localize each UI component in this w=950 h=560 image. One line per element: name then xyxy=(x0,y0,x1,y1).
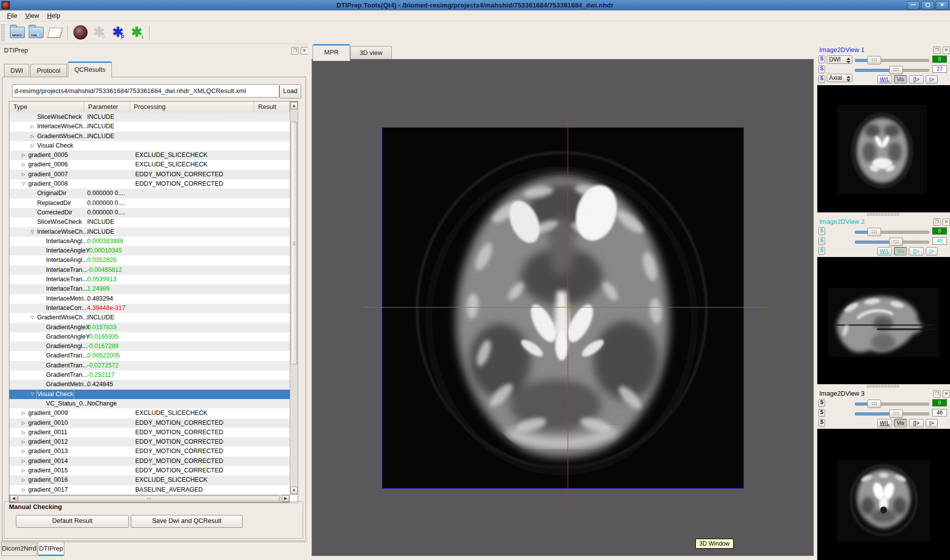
expander-collapsed-icon[interactable] xyxy=(22,475,25,485)
bottom-tab-dtiprep[interactable]: DTIPrep xyxy=(38,542,64,556)
load-button[interactable]: Load xyxy=(279,84,301,99)
dock-close-icon[interactable] xyxy=(301,47,308,54)
dock-restore-icon[interactable] xyxy=(291,47,299,54)
table-row[interactable]: InterlaceTran...-0.00455812 xyxy=(9,265,290,275)
expander-collapsed-icon[interactable] xyxy=(22,437,25,447)
panel-splitter-handle[interactable] xyxy=(817,384,950,388)
tab-mpr[interactable]: MPR xyxy=(313,44,350,61)
table-row[interactable]: GradientMetri...0.424845 xyxy=(9,380,290,389)
window-level-button[interactable]: W/L xyxy=(877,247,892,255)
table-row[interactable]: gradient_0015EDDY_MOTION_CORRECTED xyxy=(9,466,290,475)
expander-collapsed-icon[interactable] xyxy=(22,418,25,428)
table-row[interactable]: InterlaceCorr...4.39448e-317 xyxy=(9,304,290,313)
expander-collapsed-icon[interactable] xyxy=(22,428,25,437)
mode-select[interactable]: DWI xyxy=(827,55,852,64)
result-path-input[interactable]: d-resimg/projects4/mahshid/753361684/753… xyxy=(12,84,279,98)
volume-slider[interactable] xyxy=(855,227,929,236)
horizontal-crosshair-line[interactable] xyxy=(363,307,767,307)
expander-collapsed-icon[interactable] xyxy=(31,132,34,141)
axial-thumbnail-viewport[interactable] xyxy=(817,85,950,212)
step-button[interactable]: |> xyxy=(926,419,938,427)
expander-collapsed-icon[interactable] xyxy=(22,151,25,160)
brain-icon[interactable] xyxy=(71,23,90,42)
visibility-button[interactable]: Vis xyxy=(894,419,907,427)
table-row[interactable]: InterlaceWiseCh...INCLUDE xyxy=(9,122,290,131)
slider-handle[interactable] xyxy=(889,409,903,418)
slice-slider[interactable] xyxy=(855,65,929,74)
maximize-button[interactable] xyxy=(921,1,934,10)
sync-button[interactable]: S xyxy=(818,237,825,245)
step-button[interactable]: |> xyxy=(926,75,938,84)
table-row[interactable]: gradient_0013EDDY_MOTION_CORRECTED xyxy=(9,447,290,456)
open-nrrd-icon[interactable]: NRRD xyxy=(8,23,27,42)
orientation-select[interactable]: Axial xyxy=(827,74,852,82)
column-header-result[interactable]: Result xyxy=(254,102,290,112)
slider-handle[interactable] xyxy=(889,238,903,246)
volume-slider[interactable] xyxy=(855,55,929,64)
table-row[interactable]: VC_Status_0...NoChange xyxy=(9,399,290,408)
table-row[interactable]: InterlaceMetri...0.483294 xyxy=(9,294,290,304)
view-restore-icon[interactable] xyxy=(933,218,941,226)
expander-collapsed-icon[interactable] xyxy=(31,141,34,151)
table-row[interactable]: gradient_0005EXCLUDE_SLICECHECK xyxy=(9,151,290,160)
table-row[interactable]: gradient_0016EXCLUDE_SLICECHECK xyxy=(9,475,290,485)
table-row[interactable]: ReplacedDir0.000000 0.... xyxy=(9,199,290,208)
bottom-tab-dicom2nrrd[interactable]: Dicom2Nrrd xyxy=(1,542,37,556)
coronal-slice-image[interactable] xyxy=(382,127,744,489)
table-row[interactable]: OriginalDir0.000000 0.... xyxy=(9,189,290,198)
panel-splitter-handle[interactable] xyxy=(817,212,950,216)
table-row[interactable]: Visual Check xyxy=(9,390,290,399)
expander-expanded-icon[interactable] xyxy=(31,390,34,399)
scroll-down-icon[interactable]: ▼ xyxy=(290,487,298,494)
table-row[interactable]: InterlaceAngleY-0.00010345 xyxy=(9,246,290,255)
sync-button[interactable]: S xyxy=(818,409,825,417)
table-row[interactable]: InterlaceWiseCh...INCLUDE xyxy=(9,227,290,237)
window-level-button[interactable]: W/L xyxy=(877,75,892,84)
table-row[interactable]: GradientTran...-0.252117 xyxy=(9,370,290,380)
notes-icon[interactable] xyxy=(46,23,64,42)
save-dwi-qcresult-button[interactable]: Save Dwi and QCResult xyxy=(131,515,243,528)
visibility-button[interactable]: Vis xyxy=(894,247,907,255)
table-row[interactable]: gradient_0014EDDY_MOTION_CORRECTED xyxy=(9,457,290,466)
table-row[interactable]: gradient_0007EDDY_MOTION_CORRECTED xyxy=(9,170,290,179)
column-header-parameter[interactable]: Parameter xyxy=(84,102,130,112)
column-header-type[interactable]: Type xyxy=(9,102,84,112)
expander-collapsed-icon[interactable] xyxy=(22,457,25,466)
default-result-button[interactable]: Default Result xyxy=(16,515,129,528)
sync-button[interactable]: S xyxy=(818,247,825,255)
vertical-scrollbar[interactable]: ▲ ▼ xyxy=(290,102,298,495)
view-close-icon[interactable] xyxy=(943,218,950,226)
sync-button[interactable]: S xyxy=(818,75,825,83)
column-header-processing[interactable]: Processing xyxy=(130,102,254,112)
expander-collapsed-icon[interactable] xyxy=(22,408,25,418)
expander-collapsed-icon[interactable] xyxy=(22,447,25,456)
sagittal-thumbnail-viewport[interactable] xyxy=(817,257,950,384)
table-row[interactable]: GradientAngleY-0.0165935 xyxy=(9,332,290,342)
menu-view[interactable]: View xyxy=(21,11,43,20)
slider-handle[interactable] xyxy=(867,400,881,408)
expander-collapsed-icon[interactable] xyxy=(22,160,25,169)
vertical-scroll-thumb[interactable] xyxy=(291,122,297,364)
sync-button[interactable]: S xyxy=(818,65,825,73)
view-restore-icon[interactable] xyxy=(933,47,941,54)
sync-button[interactable]: S xyxy=(818,55,825,63)
close-button[interactable] xyxy=(936,1,949,10)
expander-collapsed-icon[interactable] xyxy=(31,122,34,131)
table-row[interactable]: InterlaceTran...0.0539913 xyxy=(9,275,290,284)
table-row[interactable]: GradientTran...-0.0272572 xyxy=(9,361,290,370)
table-row[interactable]: InterlaceAngl...0.0252825 xyxy=(9,255,290,265)
sync-button[interactable]: S xyxy=(818,227,825,235)
slider-handle[interactable] xyxy=(867,228,881,236)
view-close-icon[interactable] xyxy=(943,47,950,54)
expander-expanded-icon[interactable] xyxy=(31,313,34,322)
range-button[interactable]: []> xyxy=(909,75,924,84)
slice-slider[interactable] xyxy=(855,237,929,246)
window-level-button[interactable]: W/L xyxy=(877,419,892,427)
tab-qcresults[interactable]: QCResults xyxy=(68,61,112,77)
image-icon[interactable]: ✱I xyxy=(127,23,146,42)
open-xml-icon[interactable]: XML xyxy=(27,23,46,42)
table-row[interactable]: GradientWiseCh...INCLUDE xyxy=(9,132,290,141)
step-button[interactable]: |> xyxy=(926,247,938,255)
tab-3d-view[interactable]: 3D view xyxy=(350,46,392,60)
table-row[interactable]: gradient_0011EDDY_MOTION_CORRECTED xyxy=(9,428,290,437)
